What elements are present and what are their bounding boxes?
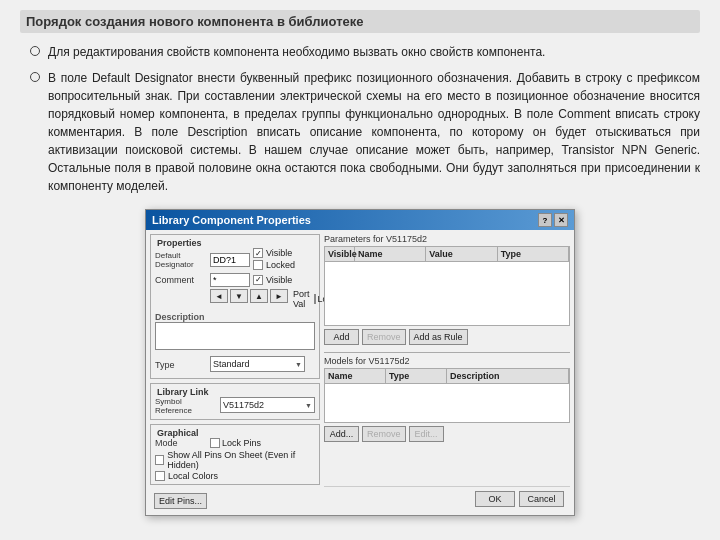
- nav-prev-button[interactable]: ◄: [210, 289, 228, 303]
- param-col-value: Value: [426, 247, 497, 261]
- list-item-1: Для редактирования свойств компонента не…: [30, 43, 700, 61]
- model-col-name: Name: [325, 369, 386, 383]
- models-label: Models for V51175d2: [324, 356, 570, 366]
- remove-model-button[interactable]: Remove: [362, 426, 406, 442]
- comment-label: Comment: [155, 275, 210, 285]
- add-param-button[interactable]: Add: [324, 329, 359, 345]
- bullet-list: Для редактирования свойств компонента не…: [20, 43, 700, 195]
- dialog-help-button[interactable]: ?: [538, 213, 552, 227]
- description-input[interactable]: [155, 322, 315, 350]
- models-table-header: Name Type Description: [324, 368, 570, 383]
- type-row: Type Standard ▼: [155, 356, 315, 374]
- list-item-2: В поле Default Designator внести буквенн…: [30, 69, 700, 195]
- page-title: Порядок создания нового компонента в биб…: [20, 10, 700, 33]
- add-model-button[interactable]: Add...: [324, 426, 359, 442]
- symbol-ref-label: Symbol Reference: [155, 397, 220, 415]
- separator: [324, 352, 570, 353]
- visible2-label: Visible: [266, 275, 292, 285]
- param-col-name: Name: [355, 247, 426, 261]
- description-label: Description: [155, 312, 205, 322]
- param-col-type: Type: [498, 247, 569, 261]
- properties-group: Properties DefaultDesignator Visible: [150, 234, 320, 379]
- graphical-title: Graphical: [155, 428, 201, 438]
- ok-button[interactable]: OK: [475, 491, 515, 507]
- bullet-icon-1: [30, 46, 40, 56]
- default-designator-row: DefaultDesignator Visible Locked: [155, 248, 315, 271]
- mode-row: Mode Lock Pins: [155, 438, 315, 448]
- visible-checkbox[interactable]: [253, 248, 263, 258]
- dialog-title: Library Component Properties: [152, 214, 311, 226]
- symbol-dropdown-arrow-icon: ▼: [305, 402, 312, 409]
- right-panel: Parameters for V51175d2 Visible Name Val…: [324, 234, 570, 511]
- show-all-checkbox[interactable]: [155, 455, 164, 465]
- local-colors-checkbox[interactable]: [155, 471, 165, 481]
- mode-label: Mode: [155, 438, 210, 448]
- default-designator-label: DefaultDesignator: [155, 251, 210, 269]
- left-panel: Properties DefaultDesignator Visible: [150, 234, 320, 511]
- type-label: Type: [155, 360, 210, 370]
- type-value: Standard: [213, 359, 250, 369]
- parameters-btn-row: Add Remove Add as Rule: [324, 329, 570, 345]
- models-table-body: [324, 383, 570, 423]
- graphical-group: Graphical Mode Lock Pins Show All Pins O…: [150, 424, 320, 485]
- port-val-label: Port Val: [293, 289, 310, 309]
- visible-checkbox-row: Visible: [253, 248, 295, 258]
- models-btn-row: Add... Remove Edit...: [324, 426, 570, 442]
- show-all-row: Show All Pins On Sheet (Even if Hidden): [155, 450, 315, 470]
- visible2-checkbox[interactable]: [253, 275, 263, 285]
- param-col-visible: Visible: [325, 247, 355, 261]
- nav-up-button[interactable]: ▲: [250, 289, 268, 303]
- cancel-button[interactable]: Cancel: [519, 491, 564, 507]
- add-as-rule-button[interactable]: Add as Rule: [409, 329, 468, 345]
- locked-checkbox[interactable]: [253, 260, 263, 270]
- left-bottom-btn-area: Edit Pins...: [150, 489, 320, 511]
- parameters-table-body: [324, 261, 570, 326]
- locked-checkbox-row: Locked: [253, 260, 295, 270]
- remove-param-button[interactable]: Remove: [362, 329, 406, 345]
- show-all-label: Show All Pins On Sheet (Even if Hidden): [167, 450, 315, 470]
- parameters-table-header: Visible Name Value Type: [324, 246, 570, 261]
- dropdown-arrow-icon: ▼: [295, 361, 302, 368]
- visible-label: Visible: [266, 248, 292, 258]
- lock-pins-checkbox[interactable]: [210, 438, 220, 448]
- nav-down-button[interactable]: ▼: [230, 289, 248, 303]
- library-link-title: Library Link: [155, 387, 211, 397]
- nav-next-button[interactable]: ►: [270, 289, 288, 303]
- lock-pins-label: Lock Pins: [222, 438, 261, 448]
- visible2-checkbox-row: Visible: [253, 275, 292, 285]
- dialog-container: Library Component Properties ? ✕ Propert…: [20, 209, 700, 516]
- dialog-box: Library Component Properties ? ✕ Propert…: [145, 209, 575, 516]
- locked2-checkbox[interactable]: [314, 294, 316, 304]
- bullet-text-1: Для редактирования свойств компонента не…: [48, 43, 545, 61]
- comment-row: Comment Visible: [155, 273, 315, 287]
- type-dropdown[interactable]: Standard ▼: [210, 356, 305, 372]
- model-col-type: Type: [386, 369, 447, 383]
- properties-group-title: Properties: [155, 238, 204, 248]
- symbol-ref-row: Symbol Reference V51175d2 ▼: [155, 397, 315, 415]
- symbol-ref-dropdown[interactable]: V51175d2 ▼: [220, 397, 315, 413]
- local-colors-row: Local Colors: [155, 471, 315, 481]
- edit-pins-button[interactable]: Edit Pins...: [154, 493, 207, 509]
- dialog-footer: OK Cancel: [324, 486, 570, 511]
- dialog-titlebar: Library Component Properties ? ✕: [146, 210, 574, 230]
- comment-input[interactable]: [210, 273, 250, 287]
- local-colors-label: Local Colors: [168, 471, 218, 481]
- default-designator-input[interactable]: [210, 253, 250, 267]
- dialog-body: Properties DefaultDesignator Visible: [146, 230, 574, 515]
- locked-label: Locked: [266, 260, 295, 270]
- edit-model-button[interactable]: Edit...: [409, 426, 444, 442]
- dialog-close-button[interactable]: ✕: [554, 213, 568, 227]
- symbol-ref-value: V51175d2: [223, 400, 264, 410]
- bullet-icon-2: [30, 72, 40, 82]
- bullet-text-2: В поле Default Designator внести буквенн…: [48, 69, 700, 195]
- library-link-group: Library Link Symbol Reference V51175d2 ▼: [150, 383, 320, 420]
- parameters-label: Parameters for V51175d2: [324, 234, 570, 244]
- model-col-desc: Description: [447, 369, 569, 383]
- dialog-title-buttons: ? ✕: [538, 213, 568, 227]
